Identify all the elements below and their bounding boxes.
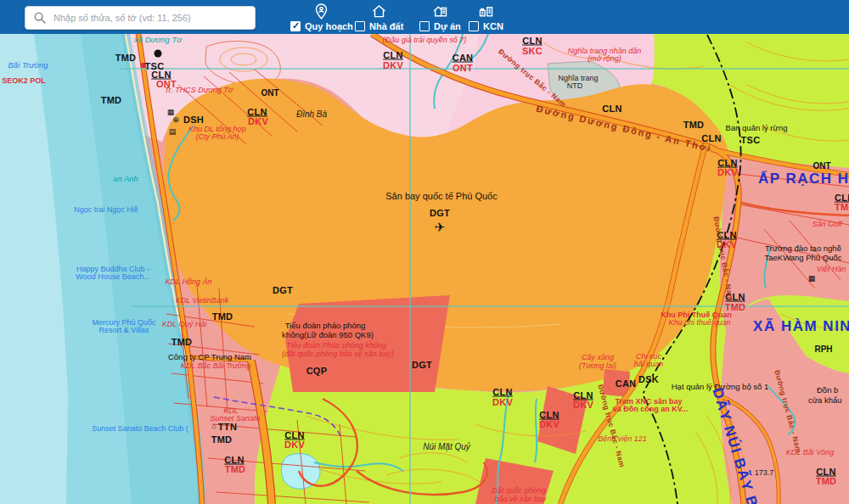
zone-label-dkv: DKV <box>284 440 305 450</box>
filter-du-an-label[interactable]: Dự án <box>434 21 461 31</box>
icon-book: ▦ <box>808 275 816 283</box>
zone-label-dgt: DGT <box>273 286 293 295</box>
zone-label-can: CAN <box>453 53 474 63</box>
label-happy-buddha-2: Wood House Beach... <box>76 273 149 281</box>
map-canvas[interactable]: xã Dương TơTMDTSCBãi TrườngSEOK2 POLTMDC… <box>0 34 849 504</box>
label-kdl-vietinbank: KDL VietinBank <box>176 297 229 305</box>
icon-house: ⌂ <box>211 423 216 430</box>
label-an-anh: an Anh <box>113 175 138 183</box>
zone-label-ont: ONT <box>812 162 830 171</box>
icon-oplus: ⊕ <box>172 116 179 124</box>
search-icon <box>33 11 47 25</box>
label-dat-quoc-phong-2: bảo vệ sân bay <box>494 496 546 503</box>
label-bai-truong: Bãi Trường <box>8 61 48 70</box>
label-chi-cuc-2: hải quan <box>634 361 664 368</box>
zone-label-tmd: TMD <box>225 465 246 474</box>
label-khu-phi-thue-quan-2: Khu phi thuế quan <box>668 319 730 327</box>
zone-label-ont: ONT <box>453 64 473 73</box>
label-dat-quoc-phong-1: Đất quốc phòng <box>492 487 546 495</box>
label-elevation: 173.7 <box>755 469 774 477</box>
zone-label-dkv: DKV <box>717 168 738 177</box>
map-application: Quy hoạch Nhà đất Dự án <box>0 0 849 504</box>
factory-icon <box>477 3 495 20</box>
label-xa-duong-to: xã Dương Tơ <box>134 36 182 44</box>
filter-kcn-label[interactable]: KCN <box>483 21 503 31</box>
zone-label-can: CAN <box>616 379 637 389</box>
label-khu-dl-2: (Cty Phú An) <box>195 133 239 141</box>
zone-label-dsh: DSH <box>183 115 204 125</box>
map-label-layer: xã Dương TơTMDTSCBãi TrườngSEOK2 POLTMDC… <box>0 34 849 504</box>
road-label-bai-vong: Đường trục Bắc - Nam <box>773 369 802 454</box>
label-tieu-doan-1: Tiểu đoàn pháo phòng <box>285 322 366 330</box>
label-kdl-bac-bai-truong: KDL Bắc Bãi Trường <box>181 362 250 370</box>
label-truong-taekwang-1: Trường đào tạo nghề <box>765 244 841 253</box>
label-kdl-hong-an: KDL Hồng Ân <box>166 278 212 286</box>
filter-quy-hoach-checkbox[interactable] <box>290 21 301 31</box>
label-benh-vien-121: Bệnh viện 121 <box>598 435 647 443</box>
label-cty-trung-nam: Công ty CP Trung Nam <box>168 353 251 361</box>
zone-label-dgt: DGT <box>412 361 432 370</box>
filter-kcn-checkbox[interactable] <box>469 21 479 31</box>
label-xa-ham-ninh: XÃ HÀM NINH <box>753 319 849 333</box>
zone-label-tmd: TMD <box>725 303 746 312</box>
label-cay-xang-1: Cây xăng <box>582 354 614 361</box>
label-kdl-quy-hai: KDL Quý Hải <box>162 321 206 328</box>
zone-label-tmd: TMD <box>683 120 705 130</box>
home-icon <box>370 3 388 20</box>
zone-label-tsc: TSC <box>741 136 761 145</box>
road-label-truc-bac-nam: Đường trục Bắc - Nam <box>498 48 568 108</box>
zone-label-cln: CLN <box>522 36 543 46</box>
zone-label-cln: CLN <box>492 388 513 397</box>
zone-label-tmd: TMD <box>101 96 122 105</box>
label-don-bien-phong-2: cửa khẩu <box>808 396 842 405</box>
zone-label-tmd: TMD <box>835 203 849 212</box>
filter-quy-hoach-label[interactable]: Quy hoạch <box>305 21 353 31</box>
building-icon <box>431 3 449 20</box>
filter-kcn: KCN <box>469 3 503 31</box>
label-cay-xang-2: (Tương lai) <box>579 362 616 370</box>
filter-du-an-checkbox[interactable] <box>419 21 430 31</box>
label-ngoc-trai: Ngọc trai Ngọc Hiề <box>74 206 138 214</box>
zone-label-tmd: TMD <box>171 338 193 347</box>
filter-quy-hoach: Quy hoạch <box>290 3 353 31</box>
label-san-bay-phu-quoc: Sân bay quốc tế Phú Quốc <box>385 192 497 201</box>
zone-label-cln: CLN <box>602 104 622 114</box>
label-viet-han: Việt Hàn <box>817 266 846 273</box>
label-dinh-ba: Đình Bà <box>296 110 327 119</box>
filter-nha-dat: Nhà đất <box>355 3 403 31</box>
airplane-icon: ✈ <box>435 221 446 233</box>
label-sunset-sanato-club: Sunset Sanato Beach Club ( <box>92 425 188 433</box>
icon-book: ▤ <box>169 128 177 136</box>
label-day-nui-bay-bong: DÃY NÚI BÃY BỒ <box>710 386 763 504</box>
label-nui-mat-quy: Núi Mặt Quỷ <box>423 443 470 451</box>
label-khu-dan-cu-2: (Đấu giá trái quyền số 7) <box>383 36 467 44</box>
label-nghia-trang-2: (mở rộng) <box>588 55 621 63</box>
zone-label-tmd: TMD <box>115 53 137 63</box>
label-ap-rach-ham: ẤP RẠCH HÀM <box>758 171 849 186</box>
search-input[interactable] <box>52 12 255 24</box>
label-kdl-sunset-2: Sunset Sanato <box>210 415 260 423</box>
zone-label-tmd: TMD <box>212 312 233 322</box>
label-don-bien-phong-1: Đồn b <box>817 386 838 395</box>
label-tieu-doan-4: (đất quốc phòng bảo vệ sân bay) <box>282 350 394 358</box>
label-ban-quan-ly-rung: Ban quản lý rừng <box>726 124 788 132</box>
zone-label-ttn: TTN <box>218 423 237 432</box>
zone-label-dsk: DSK <box>638 375 659 384</box>
zone-label-dkv: DKV <box>492 398 513 407</box>
zone-label-dkv: DKV <box>383 61 403 70</box>
person-pin-icon <box>312 3 330 20</box>
zone-label-ont: ONT <box>261 89 278 98</box>
search-box <box>25 6 256 30</box>
zone-label-cqp: CQP <box>306 367 328 376</box>
label-truong-thcs: Tr. THCS Dương Tơ <box>165 87 233 94</box>
zone-label-cln: CLN <box>701 134 722 143</box>
filter-nha-dat-label[interactable]: Nhà đất <box>369 21 403 31</box>
label-tieu-doan-2: không(Lữ đoàn 950 QK9) <box>282 331 374 339</box>
label-mercury-2: Resort & Villas <box>99 327 149 334</box>
label-ntd-2: NTD <box>567 82 583 90</box>
label-seok2: SEOK2 POL <box>2 77 46 85</box>
label-san-golf: Sân Golf <box>812 221 841 228</box>
filter-du-an: Dự án <box>419 3 461 31</box>
filter-nha-dat-checkbox[interactable] <box>355 21 365 31</box>
label-tieu-doan-3: Tiểu đoàn Pháo phòng không <box>286 342 386 350</box>
